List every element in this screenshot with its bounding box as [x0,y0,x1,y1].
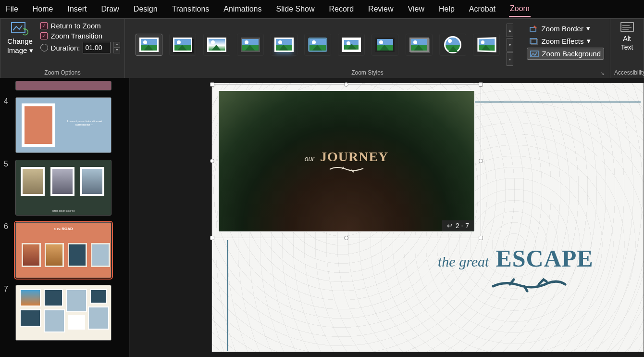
tab-home[interactable]: Home [32,2,54,16]
alt-text-button[interactable]: Alt Text [616,22,639,51]
return-to-zoom-checkbox[interactable]: ✓ Return to Zoom [40,22,121,30]
tab-acrobat[interactable]: Acrobat [468,2,496,16]
pen-icon [530,25,538,32]
clock-icon [40,44,48,51]
zoom-styles-gallery: ▲ ▼ ▾ [129,22,520,68]
tab-view[interactable]: View [407,2,425,16]
slide-number: 5 [4,160,11,216]
tab-file[interactable]: File [5,2,19,16]
resize-handle[interactable] [479,82,483,87]
change-image-label1: Change [7,37,33,45]
zoom-style-3[interactable] [203,34,230,56]
tab-draw[interactable]: Draw [100,2,120,16]
resize-handle[interactable] [344,82,348,87]
checkbox-checked-icon: ✓ [40,22,48,29]
tab-help[interactable]: Help [438,2,456,16]
zoom-background-label: Zoom Background [542,50,601,58]
slide-title: the great ESCAPE [438,244,594,272]
zoom-transition-checkbox[interactable]: ✓ Zoom Transition [40,32,121,40]
workspace: 4 Lorem ipsum dolor sit amet consectetur… [0,78,644,357]
tab-design[interactable]: Design [133,2,159,16]
zoom-slide-range-badge: ↩ 2 - 7 [442,220,474,231]
effects-icon [530,37,538,45]
svg-rect-2 [530,27,536,31]
zoom-style-10[interactable] [439,34,466,56]
resize-handle[interactable] [210,82,214,87]
chevron-down-icon: ▾ [29,46,33,54]
checkbox-checked-icon: ✓ [40,32,48,39]
zoom-section-object[interactable]: our JOURNEY ↩ 2 - 7 [212,84,481,238]
zoom-border-button[interactable]: Zoom Border ▾ [527,23,604,34]
return-arrow-icon: ↩ [447,222,453,230]
zoom-background-button[interactable]: Zoom Background [527,48,604,60]
svg-rect-5 [531,51,538,57]
svg-rect-6 [621,23,633,31]
slide-thumbnails-panel[interactable]: 4 Lorem ipsum dolor sit amet consectetur… [0,78,130,357]
image-icon [530,50,539,58]
title-main: ESCAPE [495,244,593,272]
slide-thumbnail-4[interactable]: Lorem ipsum dolor sit amet consectetur ～ [15,97,111,153]
gallery-more[interactable]: ▾ [507,52,513,66]
zoom-options-group-label: Zoom Options [4,68,121,77]
slide-number: 6 [4,222,11,278]
tab-record[interactable]: Record [328,2,355,16]
zoom-range-text: 2 - 7 [456,222,469,230]
slide-number: 7 [4,285,11,341]
zoom-style-9[interactable] [406,34,433,56]
branch-divider-icon [327,165,366,173]
resize-handle[interactable] [479,236,483,240]
gallery-scroll-down[interactable]: ▼ [507,38,513,51]
zoom-effects-label: Zoom Effects [541,37,583,45]
branch-decoration-icon [491,276,568,296]
slide-thumbnail-3[interactable] [15,81,111,90]
change-image-button[interactable]: Change Image ▾ [5,22,36,55]
zoom-style-7[interactable] [338,34,365,56]
gallery-scroll-up[interactable]: ▲ [507,24,513,37]
zoom-style-4[interactable] [237,34,264,56]
tab-transitions[interactable]: Transitions [171,2,211,16]
alt-text-icon [620,22,634,34]
resize-handle[interactable] [210,236,214,240]
zoom-style-6[interactable] [304,34,331,56]
title-prefix: the great [438,254,489,270]
change-image-icon [11,22,30,36]
zoom-style-5[interactable] [271,34,297,56]
zoom-preview: our JOURNEY [218,90,475,232]
duration-input[interactable]: 01.00 [83,42,111,53]
alt-text-label2: Text [621,43,633,51]
zoom-style-8[interactable] [372,34,398,56]
resize-handle[interactable] [344,236,348,240]
chevron-down-icon: ▾ [586,24,590,33]
tab-review[interactable]: Review [367,2,394,16]
slide-thumbnail-7[interactable] [15,285,111,341]
zoom-styles-group-label: Zoom Styles [351,69,384,76]
tab-insert[interactable]: Insert [66,2,87,16]
resize-handle[interactable] [479,159,483,163]
resize-handle[interactable] [210,159,214,163]
tab-animations[interactable]: Animations [223,2,262,16]
zoom-style-1[interactable] [136,34,162,56]
zoom-style-2[interactable] [169,34,196,56]
slide-number: 4 [4,97,11,153]
svg-rect-0 [12,23,25,32]
ribbon: Change Image ▾ ✓ Return to Zoom ✓ Zoom T… [0,18,644,78]
journey-prefix: our [305,155,314,163]
zoom-border-label: Zoom Border [541,25,583,33]
duration-spinner[interactable]: ▲▼ [113,42,120,53]
journey-title: JOURNEY [320,149,388,165]
zoom-transition-label: Zoom Transition [51,32,103,40]
tab-zoom[interactable]: Zoom [509,1,531,17]
zoom-style-11[interactable] [473,34,500,56]
dialog-launcher-icon[interactable]: ↘ [600,71,604,76]
tab-slideshow[interactable]: Slide Show [275,2,315,16]
accessibility-group-label: Accessibility [614,68,640,77]
zoom-effects-button[interactable]: Zoom Effects ▾ [527,35,604,47]
slide-thumbnail-6[interactable]: to the ROAD [15,222,111,278]
duration-label: Duration: [51,44,80,52]
slide-canvas-area[interactable]: our JOURNEY ↩ 2 - 7 the [130,78,644,357]
chevron-down-icon: ▾ [587,37,591,45]
slide-number [4,81,11,90]
slide-thumbnail-5[interactable]: ～ lorem ipsum dolor sit ～ [15,160,111,216]
change-image-label2: Image ▾ [7,46,33,55]
alt-text-label1: Alt [623,35,631,42]
